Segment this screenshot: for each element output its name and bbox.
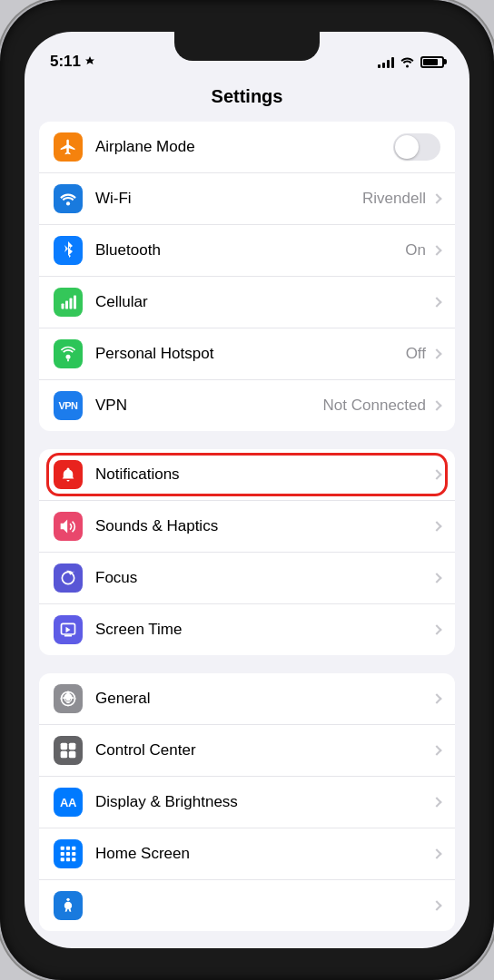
focus-row[interactable]: Focus <box>39 553 455 604</box>
svg-rect-2 <box>62 304 64 309</box>
svg-rect-3 <box>65 301 68 309</box>
bluetooth-row[interactable]: Bluetooth On <box>39 225 455 277</box>
connectivity-group: Airplane Mode Wi-Fi Rive <box>39 122 455 431</box>
svg-rect-27 <box>61 858 64 861</box>
wifi-row[interactable]: Wi-Fi Rivendell <box>39 173 455 225</box>
home-screen-row[interactable]: Home Screen <box>39 828 455 880</box>
general-row[interactable]: General <box>39 673 455 725</box>
control-center-row[interactable]: Control Center <box>39 725 455 777</box>
status-time: 5:11 <box>50 53 94 71</box>
airplane-mode-row[interactable]: Airplane Mode <box>39 122 455 173</box>
notifications-group: Notifications Sounds & Haptics <box>39 449 455 655</box>
wifi-value: Rivendell <box>362 190 426 208</box>
home-screen-label: Home Screen <box>95 845 431 863</box>
svg-rect-24 <box>61 852 64 856</box>
focus-icon <box>54 564 83 593</box>
display-group: General Control Center <box>39 673 455 931</box>
svg-point-11 <box>66 697 71 701</box>
svg-rect-5 <box>74 296 76 309</box>
svg-rect-17 <box>61 743 68 750</box>
hotspot-row[interactable]: Personal Hotspot Off <box>39 328 455 380</box>
svg-point-0 <box>406 64 409 67</box>
accessibility-row[interactable] <box>39 880 455 931</box>
notifications-row[interactable]: Notifications <box>39 449 455 501</box>
general-label: General <box>95 690 431 708</box>
svg-rect-23 <box>72 847 75 850</box>
svg-rect-25 <box>66 852 70 856</box>
svg-rect-21 <box>61 847 64 850</box>
general-chevron-icon <box>431 693 441 703</box>
wifi-icon <box>400 56 415 68</box>
svg-rect-22 <box>66 847 70 850</box>
screen-time-label: Screen Time <box>95 621 431 639</box>
svg-rect-20 <box>69 751 76 759</box>
bluetooth-icon <box>54 236 83 265</box>
cellular-label: Cellular <box>95 293 431 311</box>
hotspot-icon <box>54 339 83 368</box>
display-brightness-row[interactable]: AA Display & Brightness <box>39 777 455 828</box>
bluetooth-chevron-icon <box>431 245 441 255</box>
hotspot-chevron-icon <box>431 348 441 358</box>
svg-point-30 <box>66 898 69 901</box>
focus-chevron-icon <box>431 573 441 583</box>
sounds-row[interactable]: Sounds & Haptics <box>39 501 455 553</box>
svg-rect-18 <box>69 743 76 750</box>
wifi-chevron-icon <box>431 193 441 203</box>
page-title: Settings <box>25 79 469 122</box>
screen-time-chevron-icon <box>431 624 441 634</box>
svg-rect-4 <box>70 299 73 309</box>
home-screen-icon <box>54 839 83 868</box>
accessibility-icon <box>54 891 83 920</box>
airplane-mode-toggle[interactable] <box>393 133 440 161</box>
display-brightness-label: Display & Brightness <box>95 793 431 811</box>
display-brightness-icon: AA <box>54 788 83 817</box>
airplane-mode-label: Airplane Mode <box>95 138 393 156</box>
signal-strength-icon <box>378 56 394 68</box>
cellular-chevron-icon <box>431 297 441 307</box>
cellular-icon <box>54 288 83 317</box>
focus-label: Focus <box>95 569 431 587</box>
cellular-row[interactable]: Cellular <box>39 277 455 328</box>
notifications-chevron-icon <box>431 469 441 479</box>
svg-rect-19 <box>61 751 68 759</box>
notifications-label: Notifications <box>95 466 431 484</box>
vpn-value: Not Connected <box>323 397 426 415</box>
display-brightness-chevron-icon <box>431 797 441 807</box>
svg-rect-28 <box>66 858 70 861</box>
vpn-label: VPN <box>95 397 323 415</box>
status-icons <box>378 56 444 68</box>
svg-rect-26 <box>72 852 75 856</box>
svg-marker-8 <box>61 520 68 534</box>
vpn-row[interactable]: VPN VPN Not Connected <box>39 380 455 431</box>
screen-time-row[interactable]: Screen Time <box>39 604 455 655</box>
control-center-icon <box>54 736 83 765</box>
sounds-icon <box>54 512 83 541</box>
bluetooth-value: On <box>405 241 426 260</box>
accessibility-chevron-icon <box>431 900 441 910</box>
sounds-label: Sounds & Haptics <box>95 517 431 535</box>
airplane-mode-icon <box>54 132 83 162</box>
control-center-label: Control Center <box>95 741 431 760</box>
bluetooth-label: Bluetooth <box>95 241 405 260</box>
settings-content[interactable]: Settings Airplane Mode <box>25 79 469 948</box>
svg-point-1 <box>66 201 70 205</box>
screen-time-icon <box>54 615 83 644</box>
screen: 5:11 <box>25 32 469 948</box>
notch <box>174 32 320 61</box>
svg-point-6 <box>66 355 71 359</box>
wifi-setting-icon <box>54 184 83 213</box>
vpn-chevron-icon <box>431 400 441 410</box>
battery-icon <box>420 56 444 68</box>
hotspot-value: Off <box>406 345 426 363</box>
wifi-label: Wi-Fi <box>95 190 362 208</box>
svg-rect-29 <box>72 858 75 861</box>
sounds-chevron-icon <box>431 521 441 531</box>
phone-frame: 5:11 <box>0 0 494 980</box>
control-center-chevron-icon <box>431 745 441 755</box>
hotspot-label: Personal Hotspot <box>95 345 406 363</box>
notifications-icon <box>54 460 83 489</box>
general-icon <box>54 684 83 713</box>
vpn-icon: VPN <box>54 391 83 420</box>
home-screen-chevron-icon <box>431 848 441 858</box>
